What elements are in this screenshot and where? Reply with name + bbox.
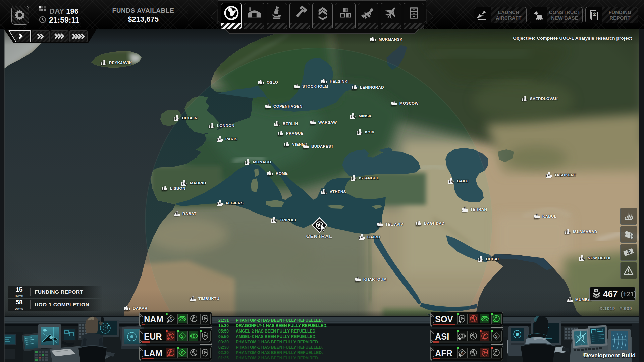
svg-text:$: $ (461, 350, 464, 355)
svg-text:$: $ (181, 334, 184, 339)
svg-text:$: $ (181, 350, 184, 355)
svg-text:$: $ (495, 334, 498, 339)
svg-text:$: $ (170, 316, 172, 321)
svg-text:$: $ (593, 13, 595, 16)
